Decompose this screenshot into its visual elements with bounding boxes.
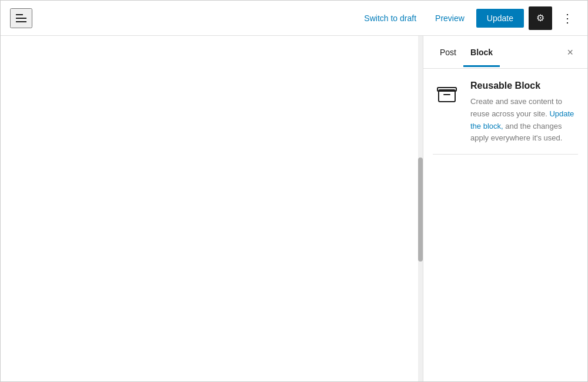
toolbar-right: Switch to draft Preview Update ⚙ ⋮	[357, 6, 578, 30]
more-options-button[interactable]: ⋮	[557, 6, 578, 30]
reusable-block-svg	[436, 84, 457, 105]
toolbar: Switch to draft Preview Update ⚙ ⋮	[1, 1, 587, 36]
block-description: Create and save content to reuse across …	[470, 96, 578, 145]
gear-icon: ⚙	[536, 12, 544, 24]
sidebar-divider	[433, 154, 578, 155]
editor-area[interactable]	[1, 36, 423, 382]
update-button[interactable]: Update	[476, 9, 524, 28]
sidebar-panel: Post Block × Reusable Block Cre	[423, 36, 587, 382]
hamburger-line-1	[16, 14, 23, 15]
hamburger-menu-button[interactable]	[10, 8, 32, 28]
editor-scrollbar[interactable]	[418, 36, 423, 382]
main-area: Post Block × Reusable Block Cre	[1, 36, 587, 382]
reusable-block-icon	[433, 81, 461, 109]
hamburger-line-3	[16, 21, 26, 22]
sidebar-close-button[interactable]: ×	[562, 45, 578, 60]
ellipsis-icon: ⋮	[562, 11, 573, 25]
editor-scrollbar-thumb	[418, 158, 423, 262]
hamburger-line-2	[16, 18, 26, 19]
block-info: Reusable Block Create and save content t…	[433, 81, 578, 145]
block-details: Reusable Block Create and save content t…	[470, 81, 578, 145]
tab-block[interactable]: Block	[463, 38, 500, 66]
sidebar-content: Reusable Block Create and save content t…	[423, 69, 587, 382]
tab-post[interactable]: Post	[433, 38, 463, 66]
switch-to-draft-button[interactable]: Switch to draft	[357, 9, 423, 28]
preview-button[interactable]: Preview	[428, 9, 472, 28]
block-title: Reusable Block	[470, 81, 578, 91]
sidebar-tabs: Post Block ×	[423, 36, 587, 69]
settings-button[interactable]: ⚙	[529, 6, 552, 30]
toolbar-left	[10, 8, 357, 28]
